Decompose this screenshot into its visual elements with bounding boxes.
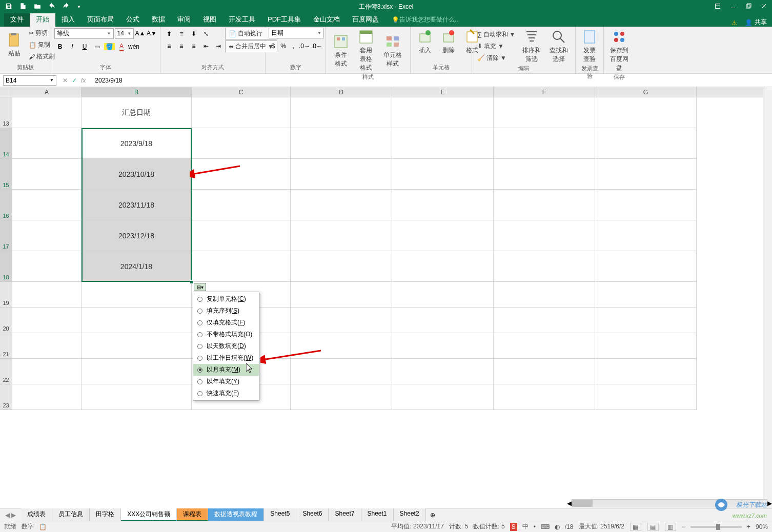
row-header[interactable]: 19 — [0, 282, 12, 308]
row-header[interactable]: 14 — [0, 128, 12, 159]
decrease-decimal-icon[interactable]: .0← — [311, 40, 322, 52]
tab-home[interactable]: 开始 — [30, 12, 55, 27]
row-header[interactable]: 22 — [0, 359, 12, 384]
autofill-option-S[interactable]: 填充序列(S) — [193, 305, 259, 317]
col-header-A[interactable]: A — [12, 87, 82, 97]
page-layout-view-button[interactable]: ▤ — [647, 523, 659, 531]
paste-button[interactable]: 粘贴 — [3, 31, 26, 59]
baidu-save-button[interactable]: 保存到 百度网盘 — [607, 28, 632, 73]
orientation-icon[interactable]: ⤡ — [200, 28, 212, 39]
tab-data[interactable]: 数据 — [146, 12, 171, 27]
sheet-tab[interactable]: 成绩表 — [21, 508, 52, 521]
conditional-format-button[interactable]: 条件格式 — [329, 32, 353, 69]
share-button[interactable]: 👤 共享 — [745, 18, 767, 27]
align-left-icon[interactable]: ≡ — [164, 40, 175, 52]
decrease-font-icon[interactable]: A▼ — [147, 28, 157, 39]
tab-review[interactable]: 审阅 — [171, 12, 197, 27]
cell-B13[interactable]: 汇总日期 — [82, 97, 192, 128]
phonetic-button[interactable]: wén — [128, 41, 139, 52]
zoom-slider[interactable] — [690, 526, 742, 528]
cancel-formula-icon[interactable]: ✕ — [63, 77, 68, 84]
tab-pdf[interactable]: PDF工具集 — [261, 12, 307, 27]
ime-punct-icon[interactable]: • — [534, 523, 536, 530]
warning-icon[interactable]: ⚠ — [732, 19, 737, 27]
cell-B17[interactable]: 2023/12/18 — [82, 220, 192, 251]
cell-styles-button[interactable]: 单元格样式 — [379, 32, 407, 69]
cell-B18[interactable]: 2024/1/18 — [82, 251, 192, 282]
ribbon-options-icon[interactable] — [715, 3, 721, 11]
sheet-tab[interactable]: 员工信息 — [52, 508, 90, 521]
ime-indicator-icon[interactable]: S — [510, 523, 517, 531]
save-icon[interactable] — [5, 3, 12, 11]
vertical-scrollbar[interactable] — [763, 87, 772, 508]
zoom-out-button[interactable]: − — [682, 523, 685, 530]
autofill-option-Y[interactable]: 以年填充(Y) — [193, 376, 259, 387]
col-header-G[interactable]: G — [595, 87, 697, 97]
normal-view-button[interactable]: ▦ — [630, 523, 641, 531]
sheet-nav[interactable]: ◀ ▶ — [0, 511, 21, 519]
row-header[interactable]: 23 — [0, 384, 12, 410]
underline-button[interactable]: U — [79, 41, 90, 52]
autosum-button[interactable]: ∑ 自动求和 ▼ — [475, 29, 517, 40]
sheet-tab[interactable]: 课程表 — [177, 508, 208, 521]
col-header-E[interactable]: E — [392, 87, 494, 97]
col-header-D[interactable]: D — [291, 87, 392, 97]
font-name-combo[interactable]: 等线▼ — [54, 28, 114, 39]
col-header-C[interactable]: C — [192, 87, 291, 97]
insert-cells-button[interactable]: 插入 — [414, 28, 436, 56]
autofill-option-F[interactable]: 快速填充(F) — [193, 387, 259, 399]
autofill-option-F[interactable]: 仅填充格式(F) — [193, 317, 259, 329]
autofill-option-W[interactable]: 以工作日填充(W) — [193, 352, 259, 364]
row-header[interactable]: 21 — [0, 333, 12, 359]
comma-icon[interactable]: , — [289, 40, 298, 52]
row-header[interactable]: 16 — [0, 190, 12, 220]
row-header[interactable]: 15 — [0, 159, 12, 190]
grid-body[interactable]: 13汇总日期 142023/9/18 152023/10/18 162023/1… — [0, 97, 772, 410]
percent-icon[interactable]: % — [279, 40, 288, 52]
sheet-tab[interactable]: 田字格 — [90, 508, 121, 521]
autofill-options-button[interactable]: ⊞▾ — [194, 283, 206, 291]
row-header[interactable]: 17 — [0, 220, 12, 251]
sheet-tab[interactable]: XXX公司销售额 — [121, 508, 177, 521]
page-break-view-button[interactable]: ▥ — [665, 523, 676, 531]
tab-baidu[interactable]: 百度网盘 — [346, 12, 385, 27]
minimize-icon[interactable] — [730, 3, 736, 11]
fx-icon[interactable]: fx — [81, 77, 86, 84]
delete-cells-button[interactable]: 删除 — [437, 28, 460, 56]
currency-icon[interactable]: $ — [269, 40, 278, 52]
qat-dropdown-icon[interactable]: ▼ — [77, 5, 81, 9]
sheet-tab[interactable]: Sheet2 — [394, 508, 426, 521]
align-center-icon[interactable]: ≡ — [176, 40, 187, 52]
table-format-button[interactable]: 套用 表格格式 — [354, 28, 377, 73]
ime-shape-icon[interactable]: ◐ — [555, 523, 560, 530]
open-icon[interactable] — [34, 3, 41, 11]
align-bottom-icon[interactable]: ⬇ — [188, 28, 199, 39]
autofill-option-C[interactable]: 复制单元格(C) — [193, 293, 259, 305]
align-right-icon[interactable]: ≡ — [188, 40, 199, 52]
autofill-option-D[interactable]: 以天数填充(D) — [193, 340, 259, 352]
name-box[interactable]: B14▼ — [3, 75, 56, 86]
sheet-tab[interactable]: Sheet6 — [296, 508, 329, 521]
row-header[interactable]: 18 — [0, 251, 12, 282]
align-top-icon[interactable]: ⬆ — [164, 28, 175, 39]
close-icon[interactable] — [761, 3, 767, 11]
number-format-combo[interactable]: 日期▼ — [269, 28, 324, 38]
formula-input[interactable]: 2023/9/18 — [91, 77, 772, 84]
increase-indent-icon[interactable]: ⇥ — [213, 40, 224, 52]
fill-color-button[interactable]: 🪣 — [104, 41, 115, 52]
fill-handle[interactable] — [190, 280, 193, 284]
italic-button[interactable]: I — [67, 41, 78, 52]
autofill-option-O[interactable]: 不带格式填充(O) — [193, 329, 259, 340]
redo-icon[interactable] — [63, 3, 70, 11]
sheet-tab[interactable]: Sheet5 — [264, 508, 296, 521]
new-sheet-button[interactable]: ⊕ — [426, 511, 439, 519]
tab-developer[interactable]: 开发工具 — [222, 12, 261, 27]
ime-keyboard-icon[interactable]: ⌨ — [541, 523, 550, 530]
sort-filter-button[interactable]: 排序和筛选 — [518, 28, 544, 65]
sheet-tab[interactable]: Sheet7 — [329, 508, 361, 521]
font-size-combo[interactable]: 14▼ — [115, 28, 134, 39]
tab-layout[interactable]: 页面布局 — [81, 12, 120, 27]
restore-icon[interactable] — [745, 3, 751, 11]
cell-B15[interactable]: 2023/10/18 — [82, 159, 192, 190]
align-middle-icon[interactable]: ≡ — [176, 28, 187, 39]
